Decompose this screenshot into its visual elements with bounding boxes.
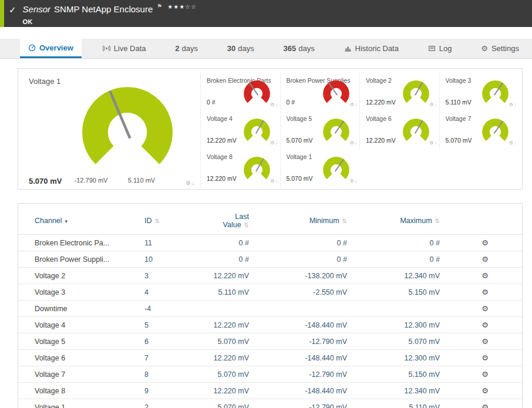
gauge-value: 12.220 mV (366, 99, 396, 106)
column-label: Channel (35, 217, 62, 225)
tab-label: days (182, 44, 198, 53)
gear-icon[interactable]: ⚙ (429, 140, 434, 146)
gear-icon[interactable]: ⚙ (350, 178, 355, 184)
gauge-broken-electronic-parts: Broken Electronic Parts0 #⚙↓ (200, 72, 280, 110)
table-row[interactable]: Voltage 8912.220 mV-148.440 mV12.340 mV⚙ (18, 383, 523, 399)
cell-channel[interactable]: Voltage 4 (18, 317, 144, 333)
column-header-last-value[interactable]: Last Value⇅ (209, 207, 262, 235)
table-row[interactable]: Downtime-4⚙ (18, 301, 523, 317)
cell-id: 2 (144, 399, 209, 408)
gauge-voltage-8: Voltage 812.220 mV⚙↓ (200, 149, 280, 187)
channel-settings-icon[interactable]: ⚙ (482, 271, 489, 280)
cell-id: 10 (144, 251, 209, 268)
cell-channel[interactable]: Broken Power Suppli... (18, 251, 144, 268)
gear-icon[interactable]: ⚙ (429, 102, 434, 107)
chart-icon (344, 45, 352, 52)
column-header-id[interactable]: ID⇅ (144, 207, 209, 235)
tab-30-days[interactable]: 30days (219, 39, 262, 58)
gear-icon[interactable]: ⚙ (350, 102, 355, 107)
gear-icon[interactable]: ⚙ (350, 140, 355, 146)
cell-channel[interactable]: Voltage 2 (18, 268, 144, 284)
column-label: ID (144, 217, 152, 225)
gear-icon[interactable]: ⚙ (509, 102, 514, 107)
channel-settings-icon[interactable]: ⚙ (482, 403, 489, 408)
channel-settings-icon[interactable]: ⚙ (482, 370, 489, 379)
channel-settings-icon[interactable]: ⚙ (482, 304, 489, 313)
channel-settings-icon[interactable]: ⚙ (482, 353, 489, 362)
gear-icon[interactable]: ⚙ (270, 102, 275, 107)
column-header-minimum[interactable]: Minimum⇅ (262, 207, 359, 235)
column-header-maximum[interactable]: Maximum⇅ (359, 207, 447, 235)
flag-icon[interactable]: ⚑ (157, 3, 162, 9)
tab-overview[interactable]: Overview (20, 39, 82, 58)
primary-gauge-max-label: 5.110 mV (118, 177, 165, 184)
channel-settings-icon[interactable]: ⚙ (482, 321, 489, 329)
download-icon[interactable]: ↓ (355, 140, 358, 146)
cell-maximum: 12.300 mV (359, 350, 447, 366)
cell-channel[interactable]: Voltage 3 (18, 284, 144, 301)
gauge-value: 12.220 mV (366, 137, 396, 144)
download-icon[interactable]: ↓ (192, 180, 196, 186)
download-icon[interactable]: ↓ (355, 102, 358, 107)
channel-settings-icon[interactable]: ⚙ (482, 288, 489, 296)
cell-maximum: 5.110 mV (359, 399, 447, 408)
download-icon[interactable]: ↓ (275, 178, 278, 184)
tab-label: Settings (491, 44, 519, 53)
gear-icon[interactable]: ⚙ (509, 140, 514, 146)
table-row[interactable]: Broken Electronic Pa...110 #0 #0 #⚙ (18, 235, 523, 251)
tab-label: Log (439, 44, 452, 53)
primary-gauge-title: Voltage 1 (29, 77, 60, 86)
cell-channel[interactable]: Voltage 1 (18, 399, 144, 408)
cell-channel[interactable]: Voltage 6 (18, 350, 144, 366)
cell-maximum: 12.340 mV (359, 268, 447, 284)
cell-channel[interactable]: Voltage 8 (18, 383, 144, 399)
gear-icon[interactable]: ⚙ (270, 140, 275, 146)
tab-settings[interactable]: ⚙Settings (473, 39, 527, 58)
download-icon[interactable]: ↓ (355, 178, 358, 184)
cell-channel[interactable]: Voltage 5 (18, 333, 144, 350)
table-row[interactable]: Voltage 4512.220 mV-148.440 mV12.300 mV⚙ (18, 317, 523, 333)
channel-settings-icon[interactable]: ⚙ (482, 337, 489, 346)
tab-log[interactable]: Log (420, 39, 460, 58)
ok-check-icon: ✓ (9, 5, 16, 15)
table-row[interactable]: Voltage 785.070 mV-12.790 mV5.150 mV⚙ (18, 366, 523, 383)
tab-live-data[interactable]: Live Data (95, 39, 154, 58)
download-icon[interactable]: ↓ (275, 102, 278, 107)
channel-settings-icon[interactable]: ⚙ (482, 255, 489, 264)
broadcast-icon (103, 45, 110, 52)
gauge-voltage-4: Voltage 412.220 mV⚙↓ (200, 110, 280, 149)
table-row[interactable]: Voltage 6712.220 mV-148.440 mV12.300 mV⚙ (18, 350, 523, 366)
tab-365-days[interactable]: 365days (275, 39, 323, 58)
cell-channel[interactable]: Downtime (18, 301, 144, 317)
cell-id: 6 (144, 333, 209, 350)
tab-historic-data[interactable]: Historic Data (336, 39, 407, 58)
table-row[interactable]: Voltage 125.070 mV-12.790 mV5.110 mV⚙ (18, 399, 523, 408)
column-label: Minimum (309, 217, 339, 225)
status-badge: OK (23, 18, 33, 25)
gear-icon[interactable]: ⚙ (270, 178, 275, 184)
gauge-voltage-2: Voltage 212.220 mV⚙↓ (359, 72, 439, 110)
cell-maximum: 12.300 mV (359, 317, 447, 333)
download-icon[interactable]: ↓ (435, 102, 437, 107)
table-row[interactable]: Voltage 565.070 mV-12.790 mV5.070 mV⚙ (18, 333, 523, 350)
gauge-value: 5.070 mV (287, 137, 313, 144)
download-icon[interactable]: ↓ (435, 140, 437, 146)
column-header-channel[interactable]: Channel▾ (18, 207, 144, 235)
table-row[interactable]: Voltage 2312.220 mV-138.200 mV12.340 mV⚙ (18, 268, 523, 284)
download-icon[interactable]: ↓ (514, 102, 517, 107)
cell-last-value: 12.220 mV (209, 383, 262, 399)
table-row[interactable]: Voltage 345.110 mV-2.550 mV5.150 mV⚙ (18, 284, 523, 301)
cell-channel[interactable]: Voltage 7 (18, 366, 144, 383)
table-row[interactable]: Broken Power Suppli...100 #0 #0 #⚙ (18, 251, 523, 268)
tab-label: Overview (39, 43, 73, 52)
channel-settings-icon[interactable]: ⚙ (482, 386, 489, 395)
cell-minimum: -148.440 mV (262, 350, 359, 366)
cell-maximum: 5.150 mV (359, 366, 447, 383)
priority-stars[interactable]: ★★★☆☆ (167, 4, 197, 10)
tab-2-days[interactable]: 2days (167, 39, 206, 58)
download-icon[interactable]: ↓ (514, 140, 517, 146)
cell-channel[interactable]: Broken Electronic Pa... (18, 235, 144, 251)
download-icon[interactable]: ↓ (275, 140, 278, 146)
channel-settings-icon[interactable]: ⚙ (482, 238, 489, 247)
gear-icon[interactable]: ⚙ (186, 180, 191, 186)
